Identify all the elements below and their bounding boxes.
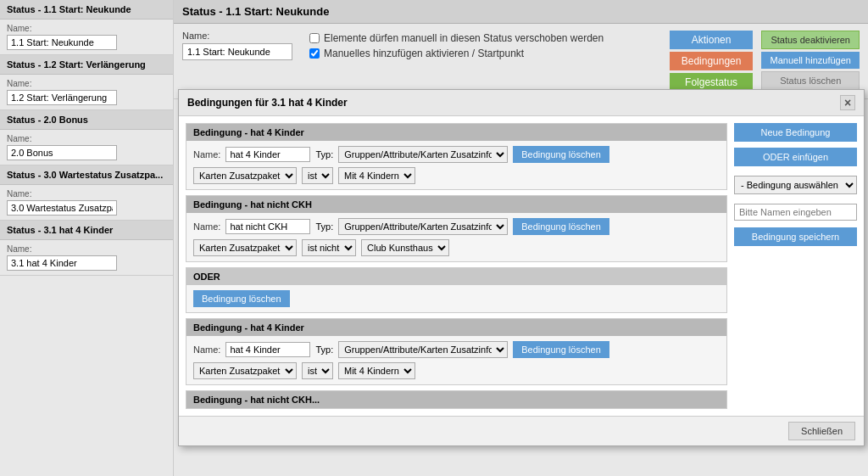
status-block-2: Status - 1.2 Start: Verlängerung Name: — [0, 55, 173, 110]
checkbox-2[interactable] — [309, 48, 320, 59]
top-controls: Name: Elemente dürfen manuell in diesen … — [174, 24, 868, 99]
cond1-typ-label: Typ: — [315, 149, 333, 160]
cond3-detail-select-3[interactable]: Mit 4 Kindern — [338, 362, 415, 379]
condition-card-header-1: Bedingung - hat 4 Kinder — [186, 124, 726, 141]
cond3-typ-select[interactable]: Gruppen/Attribute/Karten Zusatzinformati… — [338, 341, 508, 358]
status-name-input-1[interactable] — [7, 35, 117, 50]
status-name-input-4[interactable] — [7, 200, 117, 216]
oder-card-header: ODER — [186, 268, 726, 285]
cond3-name-label: Name: — [193, 344, 220, 355]
cond2-typ-select[interactable]: Gruppen/Attribute/Karten Zusatzinformati… — [338, 218, 508, 235]
status-block-5: Status - 3.1 hat 4 Kinder Name: — [0, 221, 173, 276]
page-header: Status - 1.1 Start: Neukunde — [174, 0, 868, 24]
condition-card-1: Bedingung - hat 4 Kinder Name: Typ: Grup… — [186, 123, 727, 190]
cond2-name-label: Name: — [193, 221, 220, 232]
status-name-input-3[interactable] — [7, 145, 117, 160]
aktionen-button[interactable]: Aktionen — [670, 31, 754, 49]
checkboxes-block: Elemente dürfen manuell in diesen Status… — [309, 31, 670, 63]
schliessen-button[interactable]: Schließen — [788, 422, 855, 440]
checkbox-row-2: Manuelles hinzufügen aktivieren / Startp… — [309, 48, 670, 59]
status-block-header-1: Status - 1.1 Start: Neukunde — [0, 0, 173, 20]
cond1-name-input[interactable] — [225, 147, 310, 162]
action-buttons: Aktionen Bedingungen Folgestatus — [670, 31, 754, 92]
status-block-header-5: Status - 3.1 hat 4 Kinder — [0, 221, 173, 240]
cond3-loschen-button[interactable]: Bedingung löschen — [513, 341, 609, 358]
cond2-detail-select-1[interactable]: Karten Zusatzpaket — [193, 239, 297, 256]
bedingungen-modal: Bedingungen für 3.1 hat 4 Kinder × Bedin… — [178, 89, 865, 446]
cond2-detail-select-2[interactable]: ist nicht — [302, 239, 356, 256]
status-block-header-2: Status - 1.2 Start: Verlängerung — [0, 55, 173, 75]
status-block-header-3: Status - 2.0 Bonus — [0, 110, 173, 130]
status-name-input-5[interactable] — [7, 255, 117, 271]
checkbox-1-label: Elemente dürfen manuell in diesen Status… — [324, 32, 604, 44]
checkbox-1[interactable] — [309, 33, 320, 43]
status-block-1: Status - 1.1 Start: Neukunde Name: — [0, 0, 173, 55]
condition-card-2: Bedingung - hat nicht CKH Name: Typ: Gru… — [186, 195, 727, 262]
condition-card-4-partial: Bedingung - hat nicht CKH... — [186, 390, 727, 409]
modal-main: Bedingung - hat 4 Kinder Name: Typ: Grup… — [186, 123, 727, 409]
manuell-button[interactable]: Manuell hinzufügen — [761, 52, 860, 69]
cond1-typ-select[interactable]: Gruppen/Attribute/Karten Zusatzinformati… — [338, 146, 508, 163]
status-name-label-5: Name: — [7, 244, 166, 254]
status-name-label-2: Name: — [7, 79, 166, 88]
cond1-detail-select-3[interactable]: Mit 4 Kindern — [338, 167, 415, 184]
status-block-header-4: Status - 3.0 Wartestatus Zusatzpa... — [0, 165, 173, 185]
cond1-detail-select-2[interactable]: ist — [302, 167, 333, 184]
modal-header: Bedingungen für 3.1 hat 4 Kinder × — [179, 90, 864, 116]
bedingung-select[interactable]: - Bedingung auswählen — [734, 176, 857, 194]
bedingung-speichern-button[interactable]: Bedingung speichern — [734, 227, 857, 246]
modal-footer: Schließen — [179, 416, 864, 445]
status-name-label-3: Name: — [7, 134, 166, 143]
cond1-name-label: Name: — [193, 149, 220, 160]
oder-einfuegen-button[interactable]: ODER einfügen — [734, 148, 857, 166]
cond2-typ-label: Typ: — [315, 221, 333, 232]
loschen-button[interactable]: Status löschen — [761, 71, 860, 90]
modal-body: Bedingung - hat 4 Kinder Name: Typ: Grup… — [179, 116, 864, 416]
bedingungen-button[interactable]: Bedingungen — [670, 52, 754, 70]
condition-card-header-4-partial: Bedingung - hat nicht CKH... — [186, 391, 726, 408]
status-block-3: Status - 2.0 Bonus Name: — [0, 110, 173, 165]
condition-card-header-3: Bedingung - hat 4 Kinder — [186, 319, 726, 336]
cond2-loschen-button[interactable]: Bedingung löschen — [513, 218, 609, 235]
checkbox-2-label: Manuelles hinzufügen aktivieren / Startp… — [324, 48, 524, 59]
cond2-detail-select-3[interactable]: Club Kunsthaus — [361, 239, 449, 256]
condition-card-header-2: Bedingung - hat nicht CKH — [186, 196, 726, 213]
deaktivieren-button[interactable]: Status deaktivieren — [761, 31, 860, 49]
condition-card-3: Bedingung - hat 4 Kinder Name: Typ: Grup… — [186, 318, 727, 385]
checkbox-row-1: Elemente dürfen manuell in diesen Status… — [309, 32, 670, 44]
status-name-input-2[interactable] — [7, 90, 117, 105]
cond3-typ-label: Typ: — [315, 344, 333, 355]
cond3-detail-select-2[interactable]: ist — [302, 362, 333, 379]
cond3-name-input[interactable] — [225, 342, 310, 357]
status-block-4: Status - 3.0 Wartestatus Zusatzpa... Nam… — [0, 165, 173, 221]
name-input[interactable] — [182, 43, 292, 60]
status-name-label-1: Name: — [7, 24, 166, 33]
oder-card: ODER Bedingung löschen — [186, 267, 727, 313]
name-label: Name: — [182, 31, 292, 41]
cond2-name-input[interactable] — [225, 219, 310, 234]
name-block: Name: — [182, 31, 292, 60]
oder-loschen-button[interactable]: Bedingung löschen — [193, 290, 290, 307]
name-eingeben-input[interactable] — [734, 204, 857, 221]
cond1-loschen-button[interactable]: Bedingung löschen — [513, 146, 609, 163]
status-manage-buttons: Status deaktivieren Manuell hinzufügen S… — [761, 31, 860, 90]
modal-close-button[interactable]: × — [840, 95, 855, 110]
modal-title: Bedingungen für 3.1 hat 4 Kinder — [187, 97, 348, 109]
cond3-detail-select-1[interactable]: Karten Zusatzpaket — [193, 362, 297, 379]
modal-sidebar: Neue Bedingung ODER einfügen - Bedingung… — [734, 123, 857, 409]
status-sidebar: Status - 1.1 Start: Neukunde Name: Statu… — [0, 0, 174, 476]
cond1-detail-select-1[interactable]: Karten Zusatzpaket — [193, 167, 297, 184]
status-name-label-4: Name: — [7, 189, 166, 199]
neue-bedingung-button[interactable]: Neue Bedingung — [734, 123, 857, 142]
